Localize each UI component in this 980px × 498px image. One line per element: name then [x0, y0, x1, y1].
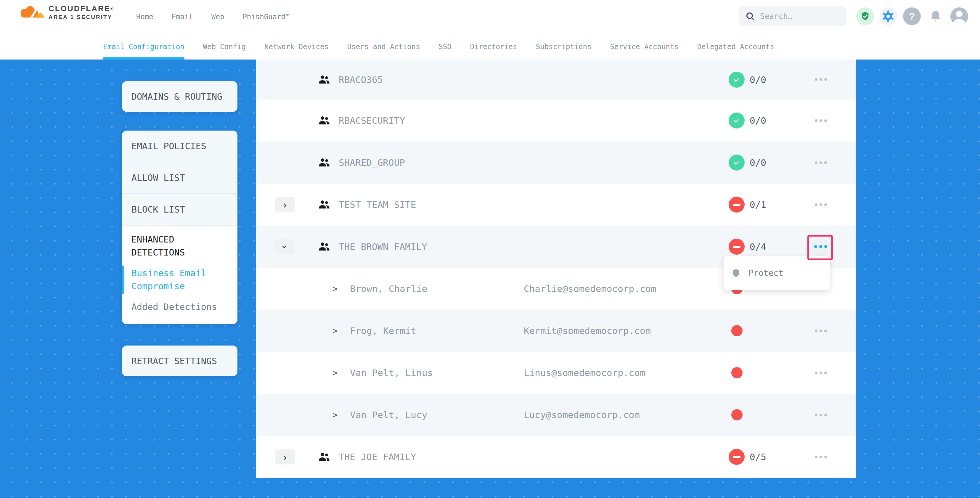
group-icon: [318, 116, 330, 126]
help-icon[interactable]: ?: [903, 7, 921, 25]
group-icon: [318, 75, 330, 85]
shield-check-icon[interactable]: [856, 7, 874, 25]
tab-web-config[interactable]: Web Config: [203, 34, 246, 59]
tabs: Email Configuration Web Config Network D…: [103, 34, 980, 59]
allow-list-label: ALLOW LIST: [132, 173, 185, 183]
row-menu-button[interactable]: [811, 153, 830, 172]
cloudflare-logo[interactable]: CLOUDFLARE® AREA 1 SECURITY: [17, 3, 114, 21]
chevron-right-icon: ›: [282, 452, 288, 462]
sidebar-item-added-detections[interactable]: Added Detections: [132, 301, 224, 313]
status-dot-unprotected: [731, 409, 743, 420]
member-email: Linus@somedemocorp.com: [524, 368, 646, 378]
menu-item-protect[interactable]: Protect: [748, 268, 783, 278]
status-dot-unprotected: [731, 325, 743, 336]
chevron-right-icon[interactable]: >: [332, 326, 337, 336]
member-name: Van Pelt, Linus: [350, 368, 433, 378]
row-context-menu: Protect: [723, 256, 830, 290]
domains-routing-label: DOMAINS & ROUTING: [132, 91, 222, 102]
brand-name: CLOUDFLARE: [49, 4, 110, 13]
group-icon: [318, 242, 330, 252]
bell-icon[interactable]: [927, 7, 945, 25]
expand-row-button[interactable]: ›: [275, 197, 295, 212]
nav-link-web[interactable]: Web: [212, 13, 224, 21]
member-count: 0/5: [750, 452, 766, 462]
tab-network-devices[interactable]: Network Devices: [264, 34, 329, 59]
member-name: Frog, Kermit: [350, 325, 416, 336]
tab-sso[interactable]: SSO: [439, 34, 451, 59]
member-email: Kermit@somedemocorp.com: [524, 325, 651, 336]
email-policies-label: EMAIL POLICIES: [132, 141, 206, 151]
chevron-right-icon[interactable]: >: [332, 410, 337, 420]
registered-mark: ®: [110, 6, 114, 11]
member-count: 0/0: [750, 115, 766, 126]
retract-settings-label: RETRACT SETTINGS: [132, 356, 217, 366]
nav-link-home[interactable]: Home: [136, 13, 153, 21]
section-tab-bar: Email Configuration Web Config Network D…: [0, 34, 980, 59]
group-icon: [318, 158, 330, 167]
collapse-row-button[interactable]: ›: [275, 239, 295, 255]
chevron-right-icon[interactable]: >: [332, 368, 337, 378]
tab-service-accounts[interactable]: Service Accounts: [610, 34, 679, 59]
block-list-label: BLOCK LIST: [132, 204, 185, 215]
search-box: [739, 6, 846, 26]
member-email: Lucy@somedemocorp.com: [524, 409, 640, 420]
tab-delegated-accounts[interactable]: Delegated Accounts: [697, 34, 774, 59]
table-row: › THE JOE FAMILY 0/5: [256, 436, 856, 478]
sidebar-section-enhanced-detections: ENHANCED DETECTIONS Business Email Compr…: [122, 226, 237, 324]
expand-row-button[interactable]: ›: [275, 449, 295, 465]
sidebar-policies-card: EMAIL POLICIES ALLOW LIST BLOCK LIST ENH…: [122, 130, 237, 324]
sidebar-item-allow-list[interactable]: ALLOW LIST: [122, 162, 237, 194]
account-icon[interactable]: [950, 7, 968, 25]
status-badge-protected: [729, 72, 745, 88]
tab-subscriptions[interactable]: Subscriptions: [536, 34, 592, 59]
nav-link-email[interactable]: Email: [172, 13, 193, 21]
row-menu-button[interactable]: [811, 406, 830, 424]
group-name: THE BROWN FAMILY: [339, 241, 427, 252]
enhanced-detections-title: ENHANCED DETECTIONS: [132, 233, 224, 259]
cloudflare-cloud-icon: [17, 5, 45, 20]
group-name: RBACO365: [339, 74, 383, 85]
row-menu-button[interactable]: [811, 321, 830, 340]
account-head-shape: [956, 11, 963, 17]
logo-text: CLOUDFLARE® AREA 1 SECURITY: [49, 3, 114, 21]
help-glyph: ?: [909, 11, 915, 22]
search-icon: [745, 11, 755, 21]
member-count: 0/0: [750, 157, 766, 168]
chevron-right-icon: ›: [282, 200, 288, 210]
group-name: TEST TEAM SITE: [339, 199, 416, 210]
tab-users-and-actions[interactable]: Users and Actions: [347, 34, 420, 59]
sidebar-item-email-policies[interactable]: EMAIL POLICIES: [122, 130, 237, 162]
group-name: RBACSECURITY: [339, 115, 405, 126]
nav-link-phishguard[interactable]: PhishGuard™: [242, 13, 290, 21]
row-menu-button[interactable]: [811, 364, 830, 382]
sidebar-item-block-list[interactable]: BLOCK LIST: [122, 194, 237, 226]
member-count: 0/0: [750, 74, 766, 85]
row-menu-button[interactable]: [811, 196, 830, 214]
row-menu-button[interactable]: [811, 111, 830, 130]
search-input[interactable]: [760, 12, 840, 21]
sidebar-item-business-email-compromise[interactable]: Business Email Compromise: [132, 267, 224, 293]
row-menu-button[interactable]: [811, 70, 830, 89]
chevron-right-icon[interactable]: >: [332, 284, 337, 294]
table-row: > Van Pelt, Linus Linus@somedemocorp.com: [256, 352, 856, 394]
top-bar: CLOUDFLARE® AREA 1 SECURITY Home Email W…: [0, 0, 980, 34]
sidebar-item-domains-routing[interactable]: DOMAINS & ROUTING: [122, 81, 237, 112]
row-menu-button[interactable]: [811, 448, 830, 466]
minus-icon: [733, 246, 740, 248]
status-badge-unprotected: [729, 239, 745, 255]
group-icon: [318, 200, 330, 210]
status-badge-unprotected: [729, 197, 745, 213]
groups-table: RBACO365 0/0 RBACSECURITY 0/0: [256, 59, 856, 478]
member-count: 0/1: [750, 199, 766, 210]
sidebar-item-retract-settings[interactable]: RETRACT SETTINGS: [122, 345, 237, 376]
table-row: > Frog, Kermit Kermit@somedemocorp.com: [256, 310, 856, 352]
chevron-down-icon: ›: [280, 243, 290, 250]
tab-email-configuration[interactable]: Email Configuration: [103, 34, 185, 59]
status-badge-protected: [729, 154, 745, 170]
status-badge-protected: [729, 113, 745, 129]
table-row: RBACSECURITY 0/0: [256, 99, 856, 142]
gear-icon[interactable]: [879, 7, 897, 25]
top-nav: Home Email Web PhishGuard™: [136, 0, 290, 34]
tab-directories[interactable]: Directories: [470, 34, 517, 59]
member-name: Brown, Charlie: [350, 283, 427, 294]
